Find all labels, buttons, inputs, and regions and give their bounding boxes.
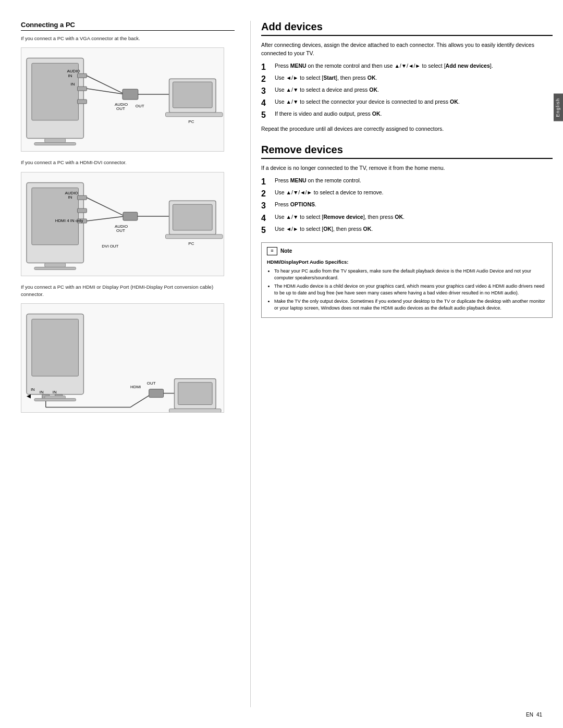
connecting-pc-title: Connecting a PC <box>21 21 235 31</box>
hdmi-dp-diagram: IN IN OUT PC IN HD <box>21 303 224 413</box>
note-subtitle: HDMI/DisplayPort Audio Specifics: <box>267 258 547 266</box>
svg-text:OUT: OUT <box>116 228 125 232</box>
side-tab: English <box>554 94 563 121</box>
note-bullet-2: The HDMI Audio device is a child device … <box>274 283 547 297</box>
remove-step-3-text: Press OPTIONS. <box>275 201 316 209</box>
svg-text:IN: IN <box>40 390 44 394</box>
svg-rect-57 <box>169 409 221 412</box>
remove-step-2-text: Use ▲/▼/◄/► to select a device to remove… <box>275 189 383 197</box>
hdmi-dvi-caption: If you connect a PC with a HDMI-DVI conn… <box>21 159 235 166</box>
svg-text:IN: IN <box>53 390 57 394</box>
add-step-4-text: Use ▲/▼ to select the connector your dev… <box>275 98 460 106</box>
remove-step-1-text: Press MENU on the remote control. <box>275 177 361 185</box>
left-column: Connecting a PC If you connect a PC with… <box>21 21 250 707</box>
svg-text:AUDIO: AUDIO <box>67 69 80 74</box>
svg-rect-37 <box>173 204 213 230</box>
remove-devices-title: Remove devices <box>261 144 553 159</box>
svg-rect-21 <box>34 143 76 145</box>
svg-text:HDMI: HDMI <box>130 385 141 389</box>
remove-step-4-text: Use ▲/▼ to select [Remove device], then … <box>275 213 405 221</box>
svg-rect-41 <box>45 263 66 267</box>
note-header: ≡ Note <box>267 247 547 255</box>
note-bullets: To hear your PC audio from the TV speake… <box>267 268 547 312</box>
svg-rect-15 <box>173 82 213 108</box>
svg-rect-10 <box>123 89 138 100</box>
hdmi-dp-diagram-svg: IN IN OUT PC IN HD <box>21 303 224 413</box>
svg-rect-16 <box>166 113 223 117</box>
svg-text:IN: IN <box>68 73 72 78</box>
note-bullet-3: Make the TV the only output device. Some… <box>274 298 547 312</box>
add-step-5-text: If there is video and audio output, pres… <box>275 110 382 118</box>
remove-step-4-num: 4 <box>261 213 273 223</box>
remove-step-2-num: 2 <box>261 189 273 199</box>
svg-text:DVI OUT: DVI OUT <box>102 243 118 248</box>
svg-text:OUT: OUT <box>136 104 144 108</box>
add-step-1-text: Press MENU on the remote control and the… <box>275 62 493 70</box>
add-step-2-num: 2 <box>261 74 273 84</box>
add-step-1: 1 Press MENU on the remote control and t… <box>261 62 553 72</box>
svg-marker-63 <box>27 394 31 399</box>
add-devices-intro: After connecting devices, assign the dev… <box>261 41 553 58</box>
remove-step-1: 1 Press MENU on the remote control. <box>261 177 553 187</box>
add-step-2-text: Use ◄/► to select [Start], then press OK… <box>275 74 377 82</box>
svg-rect-7 <box>77 100 87 104</box>
remove-devices-steps: 1 Press MENU on the remote control. 2 Us… <box>261 177 553 235</box>
svg-text:OUT: OUT <box>116 106 125 111</box>
svg-text:HDMI 4 IN only: HDMI 4 IN only <box>55 218 83 223</box>
add-devices-title: Add devices <box>261 21 553 36</box>
hdmi-dvi-diagram-svg: AUDIO IN HDMI 4 IN only AUDIO OUT <box>21 172 224 276</box>
remove-devices-intro: If a device is no longer connected to th… <box>261 164 553 172</box>
remove-step-3-num: 3 <box>261 201 273 211</box>
right-column: Add devices After connecting devices, as… <box>250 21 553 707</box>
svg-text:OUT: OUT <box>147 381 156 386</box>
page-footer: EN 41 <box>526 712 542 718</box>
remove-step-4: 4 Use ▲/▼ to select [Remove device], the… <box>261 213 553 223</box>
svg-rect-56 <box>178 382 212 405</box>
add-step-1-num: 1 <box>261 62 273 72</box>
en-label: EN <box>526 712 533 718</box>
remove-step-5-text: Use ◄/► to select [OK], then press OK. <box>275 225 373 233</box>
add-step-3: 3 Use ▲/▼ to select a device and press O… <box>261 86 553 96</box>
svg-rect-24 <box>77 195 87 200</box>
svg-rect-44 <box>32 319 79 376</box>
note-box: ≡ Note HDMI/DisplayPort Audio Specifics:… <box>261 242 553 318</box>
vga-diagram-svg: AUDIO IN IN AUDIO OUT <box>21 47 224 152</box>
svg-line-31 <box>87 216 125 221</box>
hdmi-dvi-diagram: AUDIO IN HDMI 4 IN only AUDIO OUT <box>21 172 224 276</box>
svg-rect-42 <box>34 267 76 269</box>
svg-rect-62 <box>34 399 76 401</box>
svg-line-30 <box>87 198 125 216</box>
svg-rect-61 <box>45 396 66 399</box>
svg-text:IN: IN <box>31 387 35 392</box>
note-bullet-1: To hear your PC audio from the TV speake… <box>274 268 547 281</box>
svg-rect-38 <box>166 234 223 238</box>
svg-text:PC: PC <box>188 119 194 124</box>
note-label: Note <box>280 247 292 255</box>
svg-rect-27 <box>77 208 87 213</box>
note-icon: ≡ <box>267 247 277 255</box>
remove-step-5: 5 Use ◄/► to select [OK], then press OK. <box>261 225 553 235</box>
hdmi-dp-caption: If you connect a PC with an HDMI or Disp… <box>21 283 235 299</box>
main-content: Connecting a PC If you connect a PC with… <box>0 21 563 707</box>
add-step-3-text: Use ▲/▼ to select a device and press OK. <box>275 86 379 94</box>
add-devices-steps: 1 Press MENU on the remote control and t… <box>261 62 553 120</box>
add-step-2: 2 Use ◄/► to select [Start], then press … <box>261 74 553 84</box>
remove-step-5-num: 5 <box>261 225 273 235</box>
page: English Connecting a PC If you connect a… <box>0 0 563 728</box>
svg-text:IN: IN <box>71 82 75 87</box>
vga-diagram: AUDIO IN IN AUDIO OUT <box>21 47 224 152</box>
add-repeat: Repeat the procedure until all devices a… <box>261 125 553 133</box>
add-step-5: 5 If there is video and audio output, pr… <box>261 110 553 120</box>
add-step-3-num: 3 <box>261 86 273 96</box>
svg-rect-32 <box>123 212 138 220</box>
add-step-4: 4 Use ▲/▼ to select the connector your d… <box>261 98 553 108</box>
svg-line-51 <box>130 394 151 408</box>
remove-step-1-num: 1 <box>261 177 273 187</box>
svg-text:PC: PC <box>188 241 194 245</box>
vga-caption: If you connect a PC with a VGA connector… <box>21 35 235 42</box>
remove-step-2: 2 Use ▲/▼/◄/► to select a device to remo… <box>261 189 553 199</box>
add-step-4-num: 4 <box>261 98 273 108</box>
svg-text:IN: IN <box>68 195 72 200</box>
add-step-5-num: 5 <box>261 110 273 120</box>
remove-step-3: 3 Press OPTIONS. <box>261 201 553 211</box>
